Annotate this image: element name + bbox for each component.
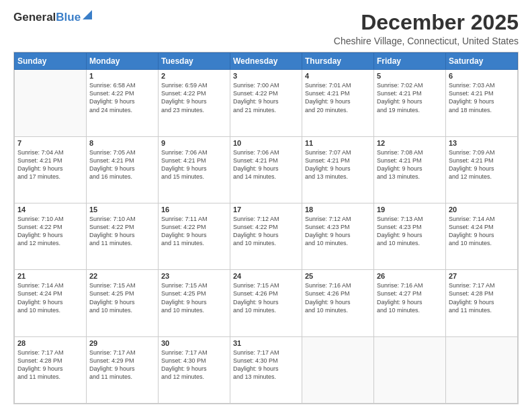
- day-number: 27: [449, 272, 515, 280]
- day-cell: [302, 336, 374, 403]
- day-info: Sunrise: 7:00 AM Sunset: 4:22 PM Dayligh…: [233, 81, 299, 114]
- day-cell: 26Sunrise: 7:16 AM Sunset: 4:27 PM Dayli…: [374, 270, 446, 336]
- calendar: SundayMondayTuesdayWednesdayThursdayFrid…: [13, 52, 519, 404]
- header-day-saturday: Saturday: [446, 53, 518, 70]
- svg-marker-0: [83, 10, 92, 19]
- day-number: 24: [233, 272, 299, 280]
- day-info: Sunrise: 7:17 AM Sunset: 4:30 PM Dayligh…: [233, 349, 299, 381]
- day-cell: [15, 70, 87, 136]
- day-info: Sunrise: 7:12 AM Sunset: 4:23 PM Dayligh…: [305, 215, 371, 248]
- day-number: 17: [233, 205, 299, 214]
- day-cell: 2Sunrise: 6:59 AM Sunset: 4:22 PM Daylig…: [159, 70, 230, 136]
- day-number: 30: [161, 339, 227, 347]
- day-cell: 27Sunrise: 7:17 AM Sunset: 4:28 PM Dayli…: [446, 270, 518, 336]
- day-number: 28: [17, 339, 83, 347]
- day-info: Sunrise: 7:16 AM Sunset: 4:27 PM Dayligh…: [377, 281, 443, 314]
- day-number: 1: [89, 72, 155, 80]
- day-info: Sunrise: 7:14 AM Sunset: 4:24 PM Dayligh…: [449, 215, 515, 248]
- logo-general-text: General: [13, 11, 56, 24]
- logo: General Blue: [13, 11, 92, 24]
- day-info: Sunrise: 7:04 AM Sunset: 4:21 PM Dayligh…: [17, 148, 83, 181]
- day-number: 23: [161, 272, 227, 280]
- day-cell: 30Sunrise: 7:17 AM Sunset: 4:30 PM Dayli…: [159, 336, 230, 403]
- day-info: Sunrise: 7:17 AM Sunset: 4:30 PM Dayligh…: [161, 349, 227, 381]
- day-cell: 6Sunrise: 7:03 AM Sunset: 4:21 PM Daylig…: [446, 70, 518, 136]
- day-cell: 9Sunrise: 7:06 AM Sunset: 4:21 PM Daylig…: [159, 136, 230, 203]
- logo-blue-text: Blue: [56, 11, 81, 24]
- subtitle: Cheshire Village, Connecticut, United St…: [334, 36, 519, 46]
- day-cell: 24Sunrise: 7:15 AM Sunset: 4:26 PM Dayli…: [230, 270, 302, 336]
- day-cell: 17Sunrise: 7:12 AM Sunset: 4:22 PM Dayli…: [230, 203, 302, 269]
- day-cell: 28Sunrise: 7:17 AM Sunset: 4:28 PM Dayli…: [15, 336, 87, 403]
- header-day-monday: Monday: [87, 53, 159, 70]
- day-cell: 8Sunrise: 7:05 AM Sunset: 4:21 PM Daylig…: [87, 136, 159, 203]
- day-number: 7: [17, 139, 83, 147]
- day-cell: 20Sunrise: 7:14 AM Sunset: 4:24 PM Dayli…: [446, 203, 518, 269]
- day-cell: 14Sunrise: 7:10 AM Sunset: 4:22 PM Dayli…: [15, 203, 87, 269]
- day-info: Sunrise: 6:58 AM Sunset: 4:22 PM Dayligh…: [89, 81, 155, 114]
- day-number: 22: [89, 272, 155, 280]
- logo-triangle-icon: [83, 10, 92, 19]
- day-number: 19: [377, 205, 443, 214]
- day-number: 13: [449, 139, 515, 147]
- day-cell: 4Sunrise: 7:01 AM Sunset: 4:21 PM Daylig…: [302, 70, 374, 136]
- day-info: Sunrise: 7:13 AM Sunset: 4:23 PM Dayligh…: [377, 215, 443, 248]
- day-number: 26: [377, 272, 443, 280]
- day-number: 20: [449, 205, 515, 214]
- day-number: 5: [377, 72, 443, 80]
- day-info: Sunrise: 7:06 AM Sunset: 4:21 PM Dayligh…: [161, 148, 227, 181]
- title-section: December 2025 Cheshire Village, Connecti…: [334, 11, 519, 46]
- day-info: Sunrise: 7:10 AM Sunset: 4:22 PM Dayligh…: [17, 215, 83, 248]
- day-info: Sunrise: 7:17 AM Sunset: 4:29 PM Dayligh…: [89, 349, 155, 381]
- day-cell: 13Sunrise: 7:09 AM Sunset: 4:21 PM Dayli…: [446, 136, 518, 203]
- day-number: 9: [161, 139, 227, 147]
- day-number: 16: [161, 205, 227, 214]
- day-cell: 22Sunrise: 7:15 AM Sunset: 4:25 PM Dayli…: [87, 270, 159, 336]
- day-cell: 12Sunrise: 7:08 AM Sunset: 4:21 PM Dayli…: [374, 136, 446, 203]
- header-day-friday: Friday: [374, 53, 446, 70]
- day-info: Sunrise: 7:01 AM Sunset: 4:21 PM Dayligh…: [305, 81, 371, 114]
- day-cell: 10Sunrise: 7:06 AM Sunset: 4:21 PM Dayli…: [230, 136, 302, 203]
- day-cell: [374, 336, 446, 403]
- day-number: 31: [233, 339, 299, 347]
- header-row: SundayMondayTuesdayWednesdayThursdayFrid…: [15, 53, 518, 70]
- day-info: Sunrise: 7:09 AM Sunset: 4:21 PM Dayligh…: [449, 148, 515, 181]
- day-cell: 5Sunrise: 7:02 AM Sunset: 4:21 PM Daylig…: [374, 70, 446, 136]
- day-cell: 31Sunrise: 7:17 AM Sunset: 4:30 PM Dayli…: [230, 336, 302, 403]
- day-cell: 7Sunrise: 7:04 AM Sunset: 4:21 PM Daylig…: [15, 136, 87, 203]
- header-day-sunday: Sunday: [15, 53, 87, 70]
- calendar-body: 1Sunrise: 6:58 AM Sunset: 4:22 PM Daylig…: [15, 70, 518, 404]
- day-cell: 25Sunrise: 7:16 AM Sunset: 4:26 PM Dayli…: [302, 270, 374, 336]
- week-row-5: 28Sunrise: 7:17 AM Sunset: 4:28 PM Dayli…: [15, 336, 518, 403]
- day-cell: 11Sunrise: 7:07 AM Sunset: 4:21 PM Dayli…: [302, 136, 374, 203]
- day-number: 29: [89, 339, 155, 347]
- day-cell: 19Sunrise: 7:13 AM Sunset: 4:23 PM Dayli…: [374, 203, 446, 269]
- day-cell: 1Sunrise: 6:58 AM Sunset: 4:22 PM Daylig…: [87, 70, 159, 136]
- day-cell: [446, 336, 518, 403]
- day-info: Sunrise: 7:14 AM Sunset: 4:24 PM Dayligh…: [17, 281, 83, 314]
- header: General Blue December 2025 Cheshire Vill…: [13, 11, 519, 46]
- day-number: 8: [89, 139, 155, 147]
- day-number: 11: [305, 139, 371, 147]
- day-info: Sunrise: 7:11 AM Sunset: 4:22 PM Dayligh…: [161, 215, 227, 248]
- day-number: 6: [449, 72, 515, 80]
- header-day-tuesday: Tuesday: [159, 53, 230, 70]
- week-row-4: 21Sunrise: 7:14 AM Sunset: 4:24 PM Dayli…: [15, 270, 518, 336]
- day-cell: 3Sunrise: 7:00 AM Sunset: 4:22 PM Daylig…: [230, 70, 302, 136]
- day-info: Sunrise: 7:16 AM Sunset: 4:26 PM Dayligh…: [305, 281, 371, 314]
- day-info: Sunrise: 7:03 AM Sunset: 4:21 PM Dayligh…: [449, 81, 515, 114]
- week-row-1: 1Sunrise: 6:58 AM Sunset: 4:22 PM Daylig…: [15, 70, 518, 136]
- day-info: Sunrise: 7:17 AM Sunset: 4:28 PM Dayligh…: [449, 281, 515, 314]
- day-info: Sunrise: 7:06 AM Sunset: 4:21 PM Dayligh…: [233, 148, 299, 181]
- day-number: 10: [233, 139, 299, 147]
- page: General Blue December 2025 Cheshire Vill…: [0, 0, 532, 411]
- day-number: 2: [161, 72, 227, 80]
- day-cell: 18Sunrise: 7:12 AM Sunset: 4:23 PM Dayli…: [302, 203, 374, 269]
- day-cell: 15Sunrise: 7:10 AM Sunset: 4:22 PM Dayli…: [87, 203, 159, 269]
- day-cell: 21Sunrise: 7:14 AM Sunset: 4:24 PM Dayli…: [15, 270, 87, 336]
- header-day-thursday: Thursday: [302, 53, 374, 70]
- day-info: Sunrise: 7:15 AM Sunset: 4:25 PM Dayligh…: [161, 281, 227, 314]
- main-title: December 2025: [334, 11, 519, 34]
- header-day-wednesday: Wednesday: [230, 53, 302, 70]
- day-info: Sunrise: 7:08 AM Sunset: 4:21 PM Dayligh…: [377, 148, 443, 181]
